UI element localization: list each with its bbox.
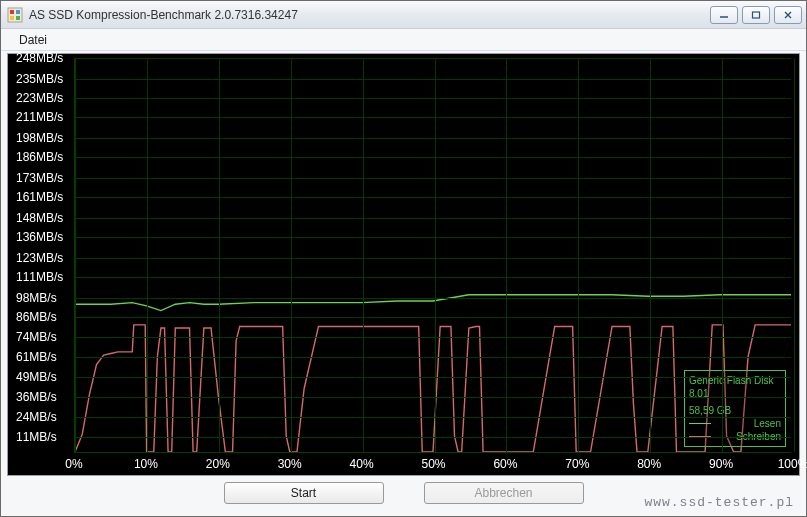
y-axis-label: 61MB/s [16,350,57,364]
gridline-y [75,277,791,278]
app-icon [7,7,23,23]
y-axis-label: 198MB/s [16,131,63,145]
gridline-y [75,98,791,99]
y-axis-label: 161MB/s [16,190,63,204]
window-controls [710,6,802,24]
gridline-y [75,397,791,398]
y-axis-label: 173MB/s [16,171,63,185]
gridline-y [75,117,791,118]
gridline-x [291,58,292,452]
legend: Generic Flash Disk 8.01 58,59 GB Lesen S… [684,370,786,447]
y-axis-label: 111MB/s [16,270,63,284]
gridline-x [650,58,651,452]
y-axis-label: 248MB/s [16,51,63,65]
svg-rect-1 [10,10,14,14]
x-axis-label: 100% [778,457,807,471]
x-axis-label: 80% [637,457,661,471]
y-axis-label: 123MB/s [16,251,63,265]
chart: Generic Flash Disk 8.01 58,59 GB Lesen S… [7,53,800,476]
gridline-y [75,58,791,59]
svg-rect-3 [10,16,14,20]
legend-read-label: Lesen [715,417,781,430]
y-axis-label: 36MB/s [16,390,57,404]
y-axis-label: 74MB/s [16,330,57,344]
svg-rect-4 [16,16,20,20]
close-button[interactable] [774,6,802,24]
y-axis-label: 49MB/s [16,370,57,384]
gridline-x [506,58,507,452]
gridline-y [75,178,791,179]
x-axis-label: 40% [350,457,374,471]
y-axis-label: 211MB/s [16,110,63,124]
legend-read-row: Lesen [689,417,781,430]
window-title: AS SSD Kompression-Benchmark 2.0.7316.34… [29,8,710,22]
gridline-y [75,417,791,418]
y-axis-label: 186MB/s [16,150,63,164]
app-window: AS SSD Kompression-Benchmark 2.0.7316.34… [0,0,807,517]
x-axis-label: 10% [134,457,158,471]
y-axis-label: 11MB/s [16,430,57,444]
gridline-y [75,197,791,198]
svg-rect-2 [16,10,20,14]
x-axis-label: 70% [565,457,589,471]
watermark: www.ssd-tester.pl [644,495,794,510]
gridline-y [75,79,791,80]
gridline-y [75,258,791,259]
menu-file[interactable]: Datei [11,31,55,49]
svg-rect-6 [753,12,760,18]
x-axis-label: 90% [709,457,733,471]
titlebar[interactable]: AS SSD Kompression-Benchmark 2.0.7316.34… [1,1,806,29]
y-axis-label: 86MB/s [16,310,57,324]
gridline-y [75,237,791,238]
minimize-button[interactable] [710,6,738,24]
gridline-x [147,58,148,452]
y-axis-label: 148MB/s [16,211,63,225]
gridline-x [794,58,795,452]
gridline-y [75,317,791,318]
menubar: Datei [1,29,806,51]
cancel-button: Abbrechen [424,482,584,504]
x-axis-label: 30% [278,457,302,471]
start-button[interactable]: Start [224,482,384,504]
legend-read-swatch [689,423,711,424]
gridline-x [722,58,723,452]
gridline-x [578,58,579,452]
x-axis-label: 20% [206,457,230,471]
client-area: Generic Flash Disk 8.01 58,59 GB Lesen S… [1,51,806,516]
y-axis-label: 136MB/s [16,230,63,244]
x-axis-label: 0% [65,457,82,471]
gridline-x [435,58,436,452]
gridline-x [75,58,76,452]
y-axis-label: 235MB/s [16,72,63,86]
x-axis-label: 60% [493,457,517,471]
gridline-y [75,138,791,139]
legend-capacity: 58,59 GB [689,404,781,417]
gridline-y [75,437,791,438]
gridline-x [219,58,220,452]
y-axis-label: 24MB/s [16,410,57,424]
gridline-y [75,337,791,338]
y-axis-label: 223MB/s [16,91,63,105]
y-axis-label: 98MB/s [16,291,57,305]
gridline-y [75,218,791,219]
maximize-button[interactable] [742,6,770,24]
plot-area: Generic Flash Disk 8.01 58,59 GB Lesen S… [74,58,791,453]
series-lesen [75,295,791,311]
gridline-x [363,58,364,452]
gridline-y [75,377,791,378]
x-axis-label: 50% [421,457,445,471]
gridline-y [75,157,791,158]
gridline-y [75,298,791,299]
gridline-y [75,357,791,358]
